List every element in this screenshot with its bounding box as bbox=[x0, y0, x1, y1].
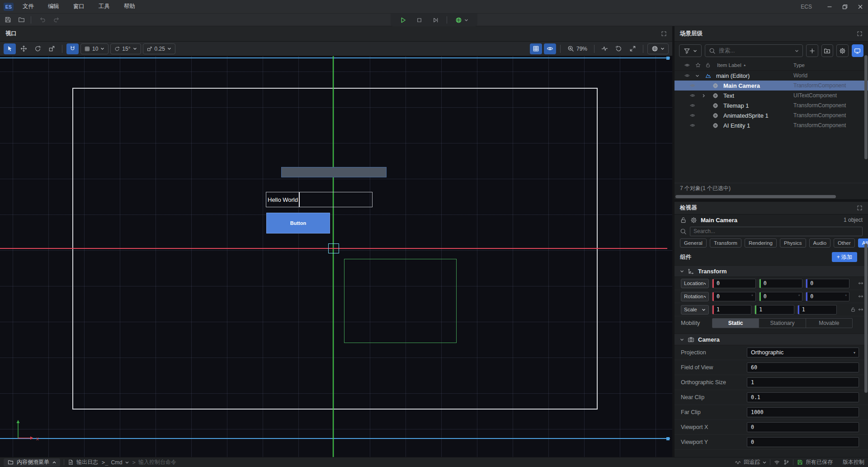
transform-section-header[interactable]: Transform bbox=[675, 265, 868, 277]
camera-section-header[interactable]: Camera bbox=[675, 334, 868, 345]
console-command-input[interactable]: > 输入控制台命令 bbox=[132, 458, 176, 466]
visibility-eye-icon[interactable] bbox=[684, 73, 690, 78]
save-status[interactable]: 所有已保存 bbox=[797, 458, 833, 466]
open-folder-button[interactable] bbox=[15, 14, 27, 25]
tab-rendering[interactable]: Rendering bbox=[745, 238, 777, 248]
scale-tool-button[interactable] bbox=[46, 43, 58, 54]
move-tool-button[interactable] bbox=[18, 43, 30, 54]
stats-button[interactable] bbox=[599, 43, 611, 54]
ui-text-widget[interactable]: Hello World bbox=[266, 192, 373, 207]
fit-view-button[interactable] bbox=[627, 43, 639, 54]
chevron-right-icon[interactable] bbox=[702, 94, 706, 98]
scale-y-field[interactable]: 1 bbox=[755, 305, 794, 315]
ui-panel-widget[interactable] bbox=[281, 167, 387, 177]
inspector-vscrollbar[interactable] bbox=[864, 243, 868, 393]
undo-button[interactable] bbox=[37, 14, 48, 25]
world-dropdown[interactable] bbox=[647, 43, 669, 54]
run-target-dropdown[interactable] bbox=[452, 14, 472, 25]
camera-bound-top-line[interactable] bbox=[0, 57, 670, 58]
menu-window[interactable]: 窗口 bbox=[68, 2, 90, 12]
visibility-eye-icon[interactable] bbox=[690, 113, 695, 118]
camera-bound-bottom-line[interactable] bbox=[0, 438, 670, 439]
grid-snap-dropdown[interactable]: 10 bbox=[80, 43, 108, 54]
content-drawer-button[interactable]: 内容侧滑菜单 bbox=[4, 458, 60, 467]
link-axes-icon[interactable] bbox=[858, 281, 863, 286]
link-axes-icon[interactable] bbox=[858, 294, 863, 299]
selection-box[interactable] bbox=[328, 243, 339, 253]
location-x-field[interactable]: 0 bbox=[712, 279, 756, 288]
backtrace-dropdown[interactable]: 回追踪 bbox=[735, 458, 766, 466]
column-item-label[interactable]: Item Label ▲ bbox=[717, 62, 746, 68]
scale-mode-dropdown[interactable]: Scale bbox=[681, 305, 709, 315]
gizmo-visibility-button[interactable] bbox=[544, 43, 556, 54]
tree-row-main-camera[interactable]: Main Camera TransformComponent bbox=[675, 81, 868, 91]
restore-button[interactable] bbox=[837, 0, 853, 14]
version-control-button[interactable]: 版本控制 bbox=[843, 458, 864, 466]
tree-row-text[interactable]: Text UITextComponent bbox=[675, 91, 868, 100]
minimize-button[interactable] bbox=[822, 0, 837, 14]
camera-bound-top-handle[interactable] bbox=[666, 57, 670, 60]
rotation-mode-dropdown[interactable]: Rotation bbox=[681, 292, 709, 301]
visibility-eye-icon[interactable] bbox=[690, 83, 695, 88]
lock-icon[interactable] bbox=[680, 217, 687, 224]
menu-file[interactable]: 文件 bbox=[18, 2, 39, 12]
tab-physics[interactable]: Physics bbox=[780, 238, 806, 248]
rotation-y-field[interactable]: 0° bbox=[759, 292, 803, 301]
tree-row-world[interactable]: main (Editor) World bbox=[675, 71, 868, 81]
hierarchy-search-input[interactable] bbox=[719, 48, 792, 54]
location-mode-dropdown[interactable]: Location bbox=[681, 279, 709, 288]
mobility-static[interactable]: Static bbox=[712, 319, 759, 328]
camera-bound-bottom-handle[interactable] bbox=[666, 437, 670, 440]
hierarchy-settings-button[interactable] bbox=[836, 44, 849, 57]
location-y-field[interactable]: 0 bbox=[759, 279, 803, 288]
redo-button[interactable] bbox=[50, 14, 62, 25]
menu-edit[interactable]: 编辑 bbox=[43, 2, 64, 12]
step-button[interactable] bbox=[429, 14, 442, 25]
play-button[interactable] bbox=[396, 14, 410, 25]
chevron-down-icon[interactable] bbox=[695, 74, 699, 78]
inspector-search-input[interactable] bbox=[693, 228, 859, 234]
link-axes-icon[interactable] bbox=[858, 307, 863, 312]
tab-transform[interactable]: Transform bbox=[710, 238, 741, 248]
inspector-search-box[interactable] bbox=[690, 227, 863, 236]
add-entity-button[interactable] bbox=[806, 44, 818, 57]
orthographic-size-field[interactable]: 1 bbox=[747, 377, 859, 387]
maximize-panel-icon[interactable] bbox=[857, 31, 863, 37]
zoom-level[interactable]: 79% bbox=[565, 45, 590, 52]
network-status-icon[interactable] bbox=[774, 459, 780, 465]
tilemap-bounds-rect[interactable] bbox=[344, 259, 457, 343]
ui-button-widget[interactable]: Button bbox=[266, 213, 330, 234]
visibility-eye-icon[interactable] bbox=[690, 103, 695, 108]
hierarchy-search[interactable] bbox=[705, 44, 803, 57]
menu-tools[interactable]: 工具 bbox=[94, 2, 115, 12]
maximize-panel-icon[interactable] bbox=[661, 31, 667, 37]
scale-z-field[interactable]: 1 bbox=[797, 305, 837, 315]
near-clip-field[interactable]: 0.1 bbox=[747, 392, 859, 402]
column-type[interactable]: Type bbox=[793, 62, 805, 68]
viewport-x-field[interactable]: 0 bbox=[747, 422, 859, 432]
grid-visibility-button[interactable] bbox=[530, 43, 542, 54]
scale-snap-dropdown[interactable]: 0.25 bbox=[143, 43, 175, 54]
tree-row-ai-entity[interactable]: AI Entity 1 TransformComponent bbox=[675, 120, 868, 130]
select-tool-button[interactable] bbox=[4, 43, 16, 54]
scene-canvas[interactable]: Hello World Button x bbox=[0, 56, 672, 457]
viewport-y-field[interactable]: 0 bbox=[747, 437, 859, 447]
close-button[interactable] bbox=[853, 0, 868, 14]
tab-general[interactable]: General bbox=[680, 238, 707, 248]
menu-help[interactable]: 帮助 bbox=[119, 2, 140, 12]
reset-view-button[interactable] bbox=[613, 43, 625, 54]
tree-row-animatedsprite[interactable]: AnimatedSprite 1 TransformComponent bbox=[675, 110, 868, 120]
tab-audio[interactable]: Audio bbox=[809, 238, 830, 248]
filter-dropdown[interactable] bbox=[679, 44, 702, 57]
lock-scale-icon[interactable] bbox=[850, 307, 856, 312]
add-component-button[interactable]: + 添加 bbox=[832, 252, 857, 262]
rotate-tool-button[interactable] bbox=[32, 43, 44, 54]
mobility-stationary[interactable]: Stationary bbox=[759, 319, 806, 328]
rotation-z-field[interactable]: 0° bbox=[806, 292, 849, 301]
field-of-view-field[interactable]: 60 bbox=[747, 362, 859, 372]
tab-other[interactable]: Other bbox=[834, 238, 855, 248]
far-clip-field[interactable]: 1000 bbox=[747, 407, 859, 417]
add-folder-button[interactable] bbox=[821, 44, 834, 57]
cmd-dropdown[interactable]: >_ Cmd bbox=[102, 459, 129, 466]
mobility-movable[interactable]: Movable bbox=[806, 319, 852, 328]
